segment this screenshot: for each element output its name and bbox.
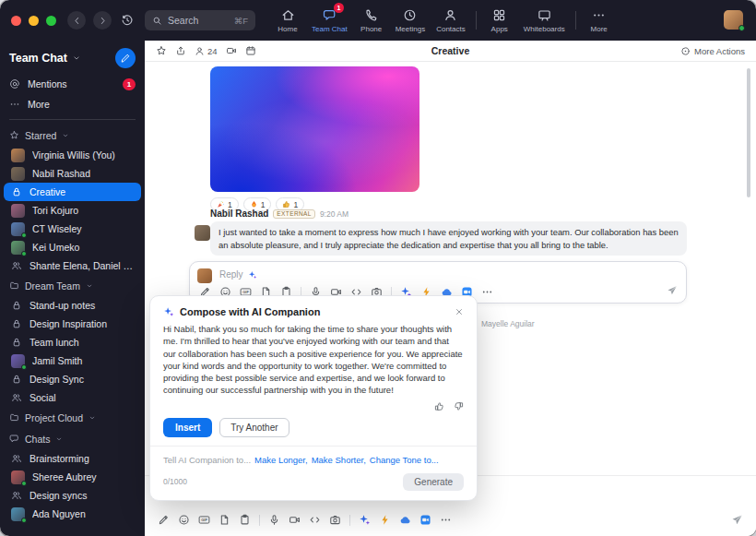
search-input[interactable]: Search ⌘F (145, 10, 255, 30)
search-shortcut: ⌘F (234, 16, 248, 26)
sidebar-section-project-cloud[interactable]: Project Cloud (0, 407, 145, 428)
zoom-app-icon[interactable] (419, 514, 431, 526)
ai-instruction-input[interactable]: Tell AI Companion to... Make Longer,Make… (150, 446, 477, 468)
profile-avatar[interactable] (724, 10, 743, 30)
close-icon[interactable] (455, 307, 464, 316)
video-icon[interactable] (289, 514, 301, 526)
chat-name: Kei Umeko (32, 242, 134, 253)
thumbs-down-icon[interactable] (454, 401, 464, 411)
ai-quick-action[interactable]: Make Longer, (254, 455, 308, 465)
ai-input-placeholder: Tell AI Companion to... (163, 455, 251, 465)
forward-button[interactable] (93, 11, 112, 30)
nav-item-more[interactable]: More (581, 0, 618, 41)
chevron-right-icon (98, 16, 108, 26)
more-actions-button[interactable]: More Actions (680, 46, 745, 56)
sidebar-item-design-inspiration[interactable]: Design Inspiration (4, 315, 141, 333)
start-meeting-icon[interactable] (226, 45, 237, 56)
try-another-button[interactable]: Try Another (219, 418, 289, 437)
presence-dot (21, 232, 27, 238)
sidebar-item-tori-kojuro[interactable]: Tori Kojuro (4, 201, 141, 220)
more-icon[interactable] (481, 286, 493, 298)
sidebar-section-chats[interactable]: Chats (0, 428, 145, 449)
back-button[interactable] (67, 11, 86, 30)
compose-button[interactable] (115, 48, 136, 68)
mic-icon[interactable] (268, 514, 280, 526)
sidebar-title[interactable]: Team Chat (9, 52, 67, 65)
ai-companion-icon[interactable] (359, 514, 371, 526)
ai-companion-icon[interactable] (248, 270, 257, 280)
reply-input[interactable]: Reply (219, 269, 257, 280)
nav-item-whiteboards[interactable]: Whiteboards (518, 0, 571, 41)
fullscreen-window-button[interactable] (46, 16, 56, 26)
generate-button[interactable]: Generate (403, 473, 464, 491)
sidebar-item-design-syncs[interactable]: Design syncs (4, 486, 141, 505)
sidebar-item-team-lunch[interactable]: Team lunch (4, 333, 141, 351)
nav-item-apps[interactable]: Apps (481, 0, 518, 41)
sidebar-item-brainstorming[interactable]: Brainstorming (4, 449, 141, 468)
ai-feedback (150, 397, 477, 411)
shared-image[interactable] (210, 66, 419, 192)
sidebar-item-mentions[interactable]: Mentions 1 (0, 74, 145, 94)
message-author[interactable]: Nabil Rashad (210, 208, 268, 219)
sidebar-item-jamil-smith[interactable]: Jamil Smith (4, 351, 141, 370)
nav-item-meetings[interactable]: Meetings (390, 0, 431, 41)
ai-quick-action[interactable]: Make Shorter, (312, 455, 366, 465)
presence-dot (21, 364, 27, 370)
sidebar-item-virginia-willis-you[interactable]: Virginia Willis (You) (4, 146, 141, 164)
avatar[interactable] (195, 225, 210, 241)
sidebar-item-shante-elena-daniel-bow[interactable]: Shante Elena, Daniel Bow... (4, 256, 141, 275)
format-icon[interactable] (158, 514, 170, 526)
nav-item-team-chat[interactable]: 1Team Chat (306, 0, 353, 41)
search-placeholder: Search (168, 15, 198, 26)
code-icon[interactable] (309, 514, 321, 526)
message-time: 9:20 AM (320, 209, 348, 219)
minimize-window-button[interactable] (29, 16, 39, 26)
history-icon[interactable] (121, 14, 134, 27)
chat-name: Tori Kojuro (32, 205, 134, 216)
send-button[interactable] (731, 514, 743, 526)
scrollbar[interactable] (747, 68, 750, 197)
nav-item-home[interactable]: Home (269, 0, 306, 41)
more-actions-label: More Actions (694, 46, 745, 56)
sidebar-item-creative[interactable]: Creative (4, 183, 141, 201)
sidebar-item-ct-wiseley[interactable]: CT Wiseley (4, 220, 141, 238)
ai-companion-icon (163, 306, 174, 317)
sidebar-item-stand-up-notes[interactable]: Stand-up notes (4, 296, 141, 315)
avatar (11, 470, 25, 484)
nav-item-phone[interactable]: Phone (353, 0, 390, 41)
clipboard-icon[interactable] (239, 514, 251, 526)
screenshot-icon[interactable] (329, 514, 341, 526)
lightning-icon[interactable] (379, 514, 391, 526)
sidebar-item-kei-umeko[interactable]: Kei Umeko (4, 238, 141, 256)
sidebar-item-social[interactable]: Social (4, 388, 141, 407)
members-icon (195, 46, 205, 56)
emoji-icon[interactable] (178, 514, 190, 526)
thumbs-up-icon[interactable] (434, 401, 444, 411)
sidebar-item-ada-nguyen[interactable]: Ada Nguyen (4, 505, 141, 523)
sidebar-section-starred[interactable]: Starred (0, 125, 145, 146)
sidebar-item-more[interactable]: More (0, 94, 145, 114)
insert-button[interactable]: Insert (163, 418, 212, 437)
nav-item-contacts[interactable]: Contacts (431, 0, 471, 41)
gif-icon[interactable]: GIF (198, 514, 210, 526)
more-icon[interactable] (440, 514, 452, 526)
message-bubble: I just wanted to take a moment to expres… (210, 221, 687, 256)
chat-name: Sheree Aubrey (32, 471, 134, 482)
schedule-icon[interactable] (245, 45, 256, 56)
ai-quick-action[interactable]: Change Tone to... (370, 455, 439, 465)
send-button[interactable] (667, 285, 678, 296)
sidebar-section-dream-team[interactable]: Dream Team (0, 275, 145, 296)
star-channel-icon[interactable] (156, 45, 167, 56)
cloud-icon[interactable] (399, 514, 411, 526)
top-nav: Home1Team ChatPhoneMeetingsContactsAppsW… (269, 0, 618, 41)
close-window-button[interactable] (11, 16, 21, 26)
sidebar-item-sheree-aubrey[interactable]: Sheree Aubrey (4, 468, 141, 486)
sidebar-item-design-sync[interactable]: Design Sync (4, 370, 141, 388)
member-count[interactable]: 24 (195, 46, 218, 56)
sidebar-item-nabil-rashad[interactable]: Nabil Rashad (4, 164, 141, 183)
share-icon[interactable] (175, 45, 186, 56)
presence-dot (21, 518, 27, 523)
people-icon (11, 453, 22, 464)
chevron-down-icon[interactable] (72, 54, 81, 63)
file-icon[interactable] (219, 514, 230, 526)
